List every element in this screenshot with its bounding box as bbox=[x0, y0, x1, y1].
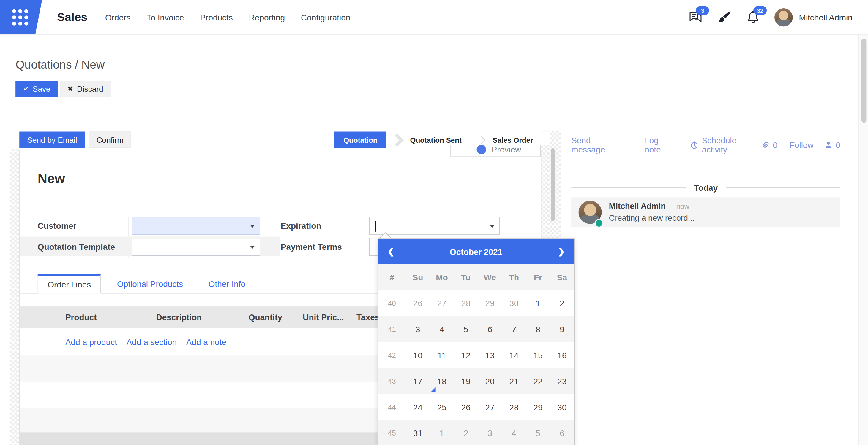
dow-label: # bbox=[378, 273, 406, 282]
messages-button[interactable]: 3 bbox=[688, 10, 703, 25]
notebook-tab[interactable]: Optional Products bbox=[107, 274, 192, 294]
day-cell[interactable]: 13 bbox=[478, 342, 502, 369]
send-by-email-button[interactable]: Send by Email bbox=[19, 132, 85, 148]
day-cell[interactable]: 2 bbox=[454, 420, 478, 445]
x-icon: ✖ bbox=[67, 85, 73, 93]
day-cell[interactable]: 29 bbox=[478, 290, 502, 316]
discard-label: Discard bbox=[77, 84, 103, 94]
day-cell[interactable]: 7 bbox=[502, 316, 526, 342]
day-cell[interactable]: 29 bbox=[526, 394, 550, 420]
add-line-link[interactable]: Add a product bbox=[65, 337, 117, 347]
day-cell[interactable]: 19 bbox=[454, 368, 478, 394]
week-number: 44 bbox=[378, 394, 406, 420]
prev-month-button[interactable]: ❮ bbox=[378, 246, 404, 257]
user-menu[interactable]: Mitchell Admin bbox=[775, 8, 852, 26]
day-cell[interactable]: 2 bbox=[550, 290, 574, 316]
column-header[interactable]: Description bbox=[156, 306, 202, 329]
nav-menu-item[interactable]: Reporting bbox=[249, 12, 285, 22]
day-cell[interactable]: 24 bbox=[406, 394, 430, 420]
day-cell[interactable]: 16 bbox=[550, 342, 574, 369]
day-cell[interactable]: 23 bbox=[550, 368, 574, 394]
day-cell[interactable]: 17 bbox=[406, 368, 430, 394]
add-line-link[interactable]: Add a section bbox=[127, 337, 177, 347]
followers-button[interactable]: 0 bbox=[824, 140, 840, 149]
message-author[interactable]: Mitchell Admin bbox=[609, 202, 666, 211]
column-header[interactable]: Taxes bbox=[356, 306, 379, 329]
apps-grid-icon bbox=[12, 9, 28, 26]
nav-menu-item[interactable]: Products bbox=[200, 12, 232, 22]
user-avatar bbox=[775, 8, 793, 26]
attachments-button[interactable]: 0 bbox=[761, 140, 777, 149]
day-cell[interactable]: 1 bbox=[430, 420, 454, 445]
day-cell[interactable]: 10 bbox=[406, 342, 430, 369]
day-cell-today[interactable]: 18 bbox=[430, 368, 454, 394]
day-cell[interactable]: 5 bbox=[526, 420, 550, 445]
day-cell[interactable]: 27 bbox=[430, 290, 454, 316]
stage-item[interactable]: Quotation bbox=[335, 132, 386, 148]
stage-item[interactable]: Quotation Sent bbox=[386, 132, 470, 148]
page-scrollbar-thumb[interactable] bbox=[862, 39, 867, 123]
day-cell[interactable]: 30 bbox=[550, 394, 574, 420]
discard-button[interactable]: ✖ Discard bbox=[60, 81, 111, 97]
day-cell[interactable]: 25 bbox=[430, 394, 454, 420]
statusbar-buttons: Send by Email Confirm bbox=[19, 132, 131, 148]
chatter-toolbar: Send message Log note Schedule activity … bbox=[571, 136, 840, 154]
nav-menu-item[interactable]: Orders bbox=[105, 12, 130, 22]
day-cell[interactable]: 1 bbox=[526, 290, 550, 316]
day-cell[interactable]: 27 bbox=[478, 394, 502, 420]
form-scrollbar-thumb[interactable] bbox=[551, 148, 555, 221]
day-cell[interactable]: 22 bbox=[526, 368, 550, 394]
next-month-button[interactable]: ❯ bbox=[549, 246, 574, 257]
day-cell[interactable]: 12 bbox=[454, 342, 478, 369]
calendar-week-row: 40262728293012 bbox=[378, 290, 574, 316]
confirm-button[interactable]: Confirm bbox=[89, 132, 132, 148]
day-cell[interactable]: 8 bbox=[526, 316, 550, 342]
day-cell[interactable]: 31 bbox=[406, 420, 430, 445]
day-cell[interactable]: 28 bbox=[454, 290, 478, 316]
notebook-tab[interactable]: Other Info bbox=[199, 274, 255, 294]
day-cell[interactable]: 3 bbox=[478, 420, 502, 445]
day-cell[interactable]: 3 bbox=[406, 316, 430, 342]
stage-item[interactable]: Sales Order bbox=[470, 132, 541, 148]
day-cell[interactable]: 15 bbox=[526, 342, 550, 369]
day-cell[interactable]: 4 bbox=[430, 316, 454, 342]
follow-link[interactable]: Follow bbox=[789, 140, 814, 149]
day-cell[interactable]: 26 bbox=[454, 394, 478, 420]
day-cell[interactable]: 26 bbox=[406, 290, 430, 316]
notebook-tab[interactable]: Order Lines bbox=[38, 274, 101, 294]
notifications-button[interactable]: 32 bbox=[746, 10, 761, 25]
schedule-activity-link[interactable]: Schedule activity bbox=[690, 136, 761, 154]
brush-button[interactable] bbox=[717, 10, 732, 25]
breadcrumb[interactable]: Quotations / New bbox=[16, 51, 104, 78]
save-button[interactable]: ✔ Save bbox=[16, 81, 58, 97]
column-header[interactable]: Unit Pric... bbox=[303, 306, 344, 329]
nav-menu-item[interactable]: To Invoice bbox=[147, 12, 184, 22]
day-cell[interactable]: 6 bbox=[550, 420, 574, 445]
column-header[interactable]: Product bbox=[65, 306, 97, 329]
add-line-link[interactable]: Add a note bbox=[186, 337, 226, 347]
calendar-week-row: 4317181920212223 bbox=[378, 368, 574, 394]
day-cell[interactable]: 9 bbox=[550, 316, 574, 342]
day-cell[interactable]: 21 bbox=[502, 368, 526, 394]
day-cell[interactable]: 20 bbox=[478, 368, 502, 394]
column-header[interactable]: Quantity bbox=[249, 306, 282, 329]
day-cell[interactable]: 28 bbox=[502, 394, 526, 420]
day-cell[interactable]: 4 bbox=[502, 420, 526, 445]
dow-label: Th bbox=[502, 273, 526, 282]
day-cell[interactable]: 6 bbox=[478, 316, 502, 342]
day-cell[interactable]: 30 bbox=[502, 290, 526, 316]
quotation-template-label: Quotation Template bbox=[38, 242, 115, 251]
app-title[interactable]: Sales bbox=[57, 0, 87, 34]
day-cell[interactable]: 14 bbox=[502, 342, 526, 369]
nav-menu-item[interactable]: Configuration bbox=[301, 12, 350, 22]
day-cell[interactable]: 5 bbox=[454, 316, 478, 342]
datepicker-title[interactable]: October 2021 bbox=[404, 247, 549, 256]
sheet-left-gutter bbox=[10, 149, 20, 445]
quotation-template-field[interactable] bbox=[132, 238, 260, 256]
dow-label: Sa bbox=[550, 273, 574, 282]
customer-field[interactable] bbox=[132, 216, 260, 235]
apps-menu-button[interactable] bbox=[0, 0, 42, 34]
day-cell[interactable]: 11 bbox=[430, 342, 454, 369]
log-note-link[interactable]: Log note bbox=[645, 136, 675, 154]
send-message-link[interactable]: Send message bbox=[571, 136, 623, 154]
